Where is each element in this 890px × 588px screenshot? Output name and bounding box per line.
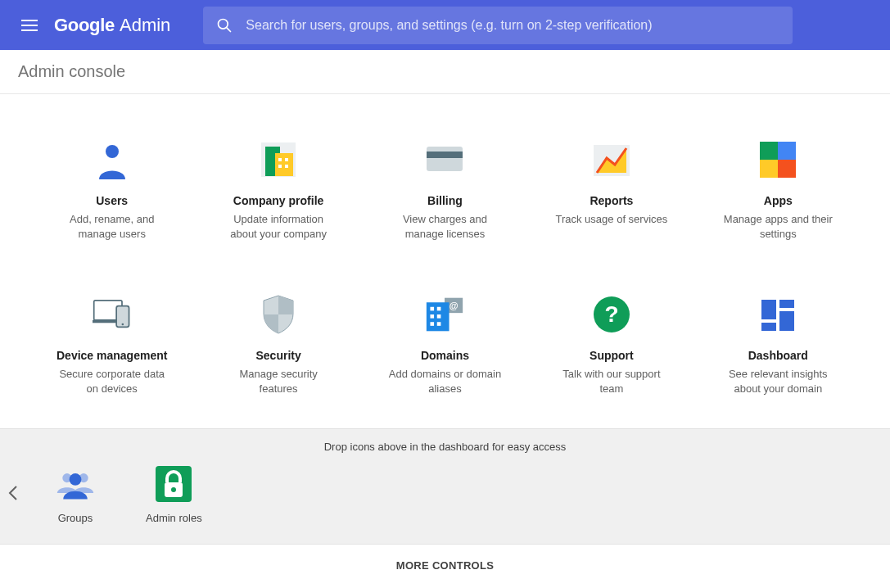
- svg-rect-19: [760, 160, 778, 178]
- card-title: Dashboard: [748, 349, 808, 362]
- more-controls-label: MORE CONTROLS: [396, 559, 494, 572]
- card-title: Support: [590, 349, 634, 362]
- more-controls-tray: Drop icons above in the dashboard for ea…: [0, 428, 890, 544]
- reports-icon: [592, 140, 631, 179]
- svg-text:?: ?: [604, 301, 618, 327]
- page-subheader: Admin console: [0, 50, 890, 94]
- svg-rect-9: [278, 158, 282, 161]
- apps-icon: [758, 140, 797, 179]
- svg-rect-33: [437, 322, 441, 326]
- google-admin-logo[interactable]: Google Admin: [54, 15, 170, 36]
- groups-icon: [56, 464, 95, 504]
- users-icon: [93, 140, 132, 179]
- billing-icon: [425, 140, 464, 179]
- app-header: Google Admin: [0, 0, 890, 50]
- svg-point-42: [70, 473, 82, 486]
- svg-rect-32: [431, 322, 435, 326]
- card-title: Company profile: [233, 194, 323, 207]
- svg-rect-29: [437, 307, 441, 311]
- card-reports[interactable]: Reports Track usage of services: [532, 140, 690, 241]
- card-desc: Talk with our support team: [562, 367, 660, 396]
- tray-card-groups[interactable]: Groups: [56, 464, 95, 524]
- card-title: Security: [255, 349, 300, 362]
- card-desc: Add domains or domain aliases: [389, 367, 501, 396]
- svg-line-4: [227, 27, 231, 31]
- main-menu-button[interactable]: [11, 7, 47, 43]
- card-desc: Update information about your company: [230, 212, 327, 241]
- card-desc: Manage apps and their settings: [724, 212, 833, 241]
- svg-rect-14: [427, 152, 463, 158]
- card-title: Users: [96, 194, 128, 207]
- card-title: Apps: [764, 194, 793, 207]
- device-management-icon: [93, 295, 132, 334]
- domains-icon: @: [425, 295, 464, 334]
- card-title: Reports: [590, 194, 633, 207]
- svg-rect-0: [21, 20, 38, 21]
- svg-rect-31: [437, 314, 441, 319]
- tray-label: Groups: [58, 512, 93, 524]
- logo-admin-text: Admin: [120, 15, 170, 36]
- card-support[interactable]: ? Support Talk with our support team: [532, 295, 690, 396]
- logo-google-text: Google: [54, 15, 115, 36]
- svg-rect-30: [431, 314, 435, 319]
- svg-point-24: [121, 323, 124, 326]
- page-title: Admin console: [18, 62, 125, 81]
- dashboard-icon: [758, 295, 797, 334]
- tray-card-admin-roles[interactable]: Admin roles: [146, 464, 202, 524]
- svg-rect-1: [21, 25, 38, 26]
- svg-point-5: [106, 145, 119, 158]
- more-controls-footer[interactable]: MORE CONTROLS: [0, 544, 890, 586]
- card-company-profile[interactable]: Company profile Update information about…: [199, 140, 357, 241]
- card-desc: See relevant insights about your domain: [729, 367, 828, 396]
- tray-prev-button[interactable]: [3, 477, 23, 509]
- card-desc: Track usage of services: [555, 212, 667, 227]
- tray-items: Groups Admin roles: [0, 464, 890, 524]
- security-icon: [259, 295, 298, 334]
- card-domains[interactable]: @ Domains Add domains or domain aliases: [366, 295, 524, 396]
- svg-rect-10: [285, 158, 288, 161]
- svg-rect-8: [275, 153, 293, 176]
- tray-hint-text: Drop icons above in the dashboard for ea…: [0, 441, 890, 453]
- tray-label: Admin roles: [146, 512, 202, 524]
- search-input[interactable]: [246, 18, 779, 33]
- admin-roles-icon: [154, 464, 193, 504]
- svg-point-45: [171, 487, 176, 492]
- chevron-left-icon: [8, 485, 18, 501]
- card-title: Billing: [427, 194, 463, 207]
- card-desc: Secure corporate data on devices: [59, 367, 165, 396]
- company-profile-icon: [259, 140, 298, 179]
- svg-rect-11: [278, 165, 282, 168]
- card-apps[interactable]: Apps Manage apps and their settings: [699, 140, 857, 241]
- search-bar[interactable]: [203, 7, 793, 44]
- card-desc: Manage security features: [239, 367, 317, 396]
- svg-rect-36: [761, 300, 776, 319]
- svg-rect-12: [285, 165, 288, 168]
- svg-rect-18: [778, 142, 796, 160]
- svg-rect-17: [760, 142, 778, 160]
- card-users[interactable]: Users Add, rename, and manage users: [33, 140, 191, 241]
- svg-rect-39: [779, 311, 794, 331]
- card-billing[interactable]: Billing View charges and manage licenses: [366, 140, 524, 241]
- svg-rect-20: [778, 160, 796, 178]
- svg-rect-38: [761, 323, 776, 331]
- hamburger-icon: [21, 20, 38, 31]
- card-title: Domains: [421, 349, 469, 362]
- card-desc: View charges and manage licenses: [403, 212, 487, 241]
- card-dashboard[interactable]: Dashboard See relevant insights about yo…: [699, 295, 857, 396]
- admin-cards-grid: Users Add, rename, and manage users Comp…: [0, 94, 890, 428]
- svg-text:@: @: [450, 301, 459, 310]
- card-device-management[interactable]: Device management Secure corporate data …: [33, 295, 191, 396]
- svg-rect-28: [431, 307, 435, 311]
- svg-rect-2: [21, 29, 38, 31]
- card-desc: Add, rename, and manage users: [70, 212, 154, 241]
- svg-rect-37: [779, 300, 794, 308]
- svg-rect-13: [427, 147, 463, 171]
- support-icon: ?: [592, 295, 631, 334]
- card-title: Device management: [56, 349, 167, 362]
- card-security[interactable]: Security Manage security features: [199, 295, 357, 396]
- search-icon: [216, 17, 233, 34]
